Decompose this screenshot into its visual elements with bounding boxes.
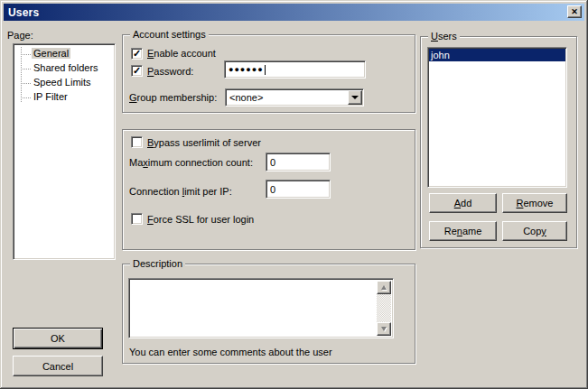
enable-account-label: Enable account (147, 48, 216, 60)
tree-connector (21, 83, 31, 84)
users-caption: Users (428, 31, 460, 42)
check-icon: ✓ (133, 49, 141, 58)
tree-connector (21, 97, 31, 98)
max-connection-count-label: Maximum connection count: (129, 157, 253, 169)
remove-button[interactable]: Remove (502, 193, 567, 213)
password-input[interactable]: ●●●●●● (224, 60, 366, 79)
bypass-userlimit-label: Bypass userlimit of server (147, 137, 261, 149)
check-icon: ✓ (133, 66, 141, 75)
tree-item-general[interactable]: General (32, 47, 115, 61)
chevron-down-icon (351, 96, 359, 99)
tree-item-speed-limits[interactable]: Speed Limits (32, 76, 115, 90)
scroll-up-icon (381, 285, 387, 290)
bypass-userlimit-checkbox[interactable]: ✓ (131, 136, 143, 148)
cancel-button[interactable]: Cancel (13, 356, 103, 376)
close-button[interactable]: ✕ (567, 5, 582, 18)
copy-button[interactable]: Copy (502, 221, 567, 241)
group-membership-select[interactable]: <none> (225, 88, 364, 107)
user-name: john (431, 50, 450, 60)
group-membership-label: Group membership: (129, 92, 217, 104)
user-list-item[interactable]: john (429, 49, 565, 61)
scrollbar-track[interactable] (377, 294, 391, 322)
description-value (131, 281, 377, 336)
tree-item-label: IP Filter (32, 91, 70, 102)
tree-item-label: Shared folders (32, 62, 100, 73)
connection-limit-per-ip-label: Connection limit per IP: (129, 186, 232, 198)
group-membership-value: <none> (229, 91, 263, 104)
description-caption: Description (130, 258, 185, 270)
ok-button[interactable]: OK (13, 328, 103, 349)
enable-account-checkbox[interactable]: ✓ (131, 48, 143, 60)
users-dialog: Users ✕ Page: General Shared folders Spe… (0, 0, 588, 389)
tree-root-line (21, 47, 22, 102)
close-icon: ✕ (571, 8, 578, 16)
rename-button-label: Rename (444, 226, 482, 236)
add-button[interactable]: Add (429, 193, 497, 213)
tree-connector (21, 69, 31, 69)
description-scrollbar[interactable] (377, 281, 391, 336)
description-hint: You can enter some comments about the us… (129, 347, 332, 358)
window-title: Users (4, 6, 39, 19)
remove-button-label: Remove (517, 198, 554, 208)
scroll-up-button[interactable] (377, 281, 391, 294)
password-masked-value: ●●●●●● (229, 62, 264, 77)
users-listbox[interactable]: john (427, 47, 567, 188)
password-checkbox[interactable]: ✓ (131, 65, 143, 77)
tree-connector (21, 54, 31, 55)
max-connection-count-input[interactable] (266, 153, 331, 171)
ok-button-label: OK (51, 333, 65, 344)
copy-button-label: Copy (523, 226, 546, 236)
page-tree[interactable]: General Shared folders Speed Limits IP F… (13, 43, 116, 260)
connection-limit-per-ip-input[interactable] (266, 180, 331, 199)
password-label: Password: (147, 66, 193, 78)
tree-item-ip-filter[interactable]: IP Filter (32, 90, 115, 105)
text-caret (265, 65, 266, 75)
tree-item-label: General (32, 48, 70, 59)
force-ssl-checkbox[interactable]: ✓ (131, 213, 143, 225)
cancel-button-label: Cancel (42, 361, 73, 372)
force-ssl-label: Force SSL for user login (147, 214, 254, 226)
add-button-label: Add (454, 198, 472, 208)
scroll-down-button[interactable] (377, 322, 391, 336)
rename-button[interactable]: Rename (429, 221, 497, 241)
dropdown-button[interactable] (348, 90, 362, 105)
account-settings-caption: Account settings (130, 29, 209, 41)
page-label: Page: (7, 30, 33, 42)
tree-item-label: Speed Limits (32, 77, 93, 88)
tree-item-shared-folders[interactable]: Shared folders (32, 61, 115, 76)
description-input[interactable] (128, 278, 394, 338)
title-bar[interactable]: Users ✕ (4, 4, 584, 21)
scroll-down-icon (381, 327, 387, 331)
